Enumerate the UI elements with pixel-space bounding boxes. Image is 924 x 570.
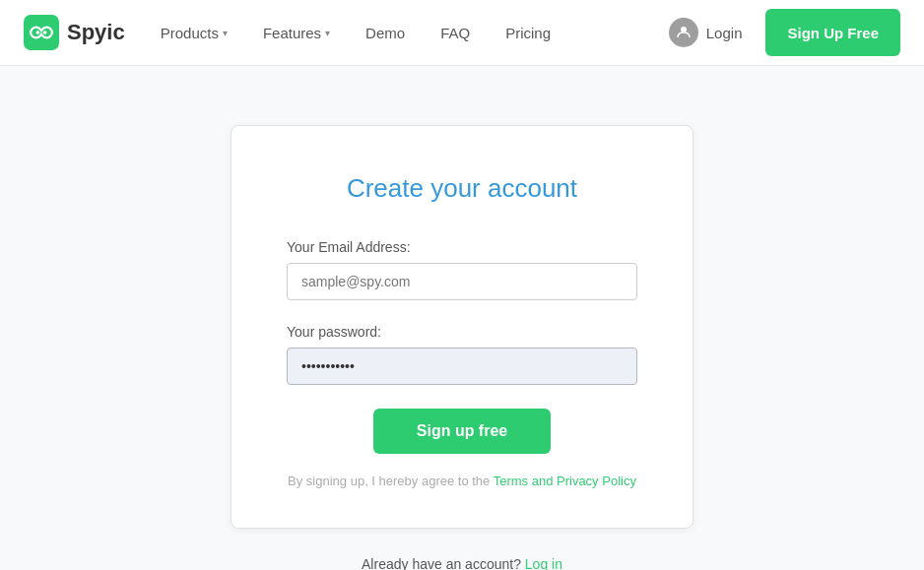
password-group: Your password:	[287, 324, 637, 385]
title-part1: Create	[347, 173, 430, 203]
submit-label: Sign up free	[417, 422, 507, 439]
email-group: Your Email Address:	[287, 239, 637, 300]
nav-faq-label: FAQ	[440, 25, 470, 41]
signup-form-card: Create your account Your Email Address: …	[231, 125, 693, 529]
nav-item-faq[interactable]: FAQ	[425, 17, 486, 49]
terms-link-label: Terms and Privacy Policy	[494, 474, 636, 488]
form-title: Create your account	[287, 173, 637, 204]
brand-logo[interactable]: Spyic	[24, 15, 125, 50]
svg-point-1	[681, 27, 687, 32]
login-label: Login	[706, 25, 743, 41]
signup-nav-label: Sign Up Free	[787, 25, 879, 41]
login-link-label: Log in	[525, 556, 562, 570]
navbar: Spyic Products ▾ Features ▾ Demo FAQ Pri…	[0, 0, 924, 66]
chevron-down-icon: ▾	[325, 28, 330, 38]
nav-item-pricing[interactable]: Pricing	[490, 17, 566, 49]
terms-text: By signing up, I hereby agree to the Ter…	[287, 474, 637, 488]
signup-submit-button[interactable]: Sign up free	[373, 409, 551, 454]
nav-item-features[interactable]: Features ▾	[247, 17, 346, 49]
main-content: Create your account Your Email Address: …	[0, 66, 924, 570]
login-button[interactable]: Login	[653, 10, 759, 55]
already-account-text: Already have an account? Log in	[362, 556, 562, 570]
nav-features-label: Features	[263, 25, 321, 41]
already-label: Already have an account?	[362, 556, 521, 570]
user-avatar-icon	[669, 18, 698, 47]
nav-item-demo[interactable]: Demo	[350, 17, 421, 49]
nav-item-products[interactable]: Products ▾	[145, 17, 243, 49]
password-label: Your password:	[287, 324, 637, 340]
logo-icon	[24, 15, 59, 50]
terms-link[interactable]: Terms and Privacy Policy	[494, 474, 636, 488]
nav-products-label: Products	[161, 25, 219, 41]
brand-name: Spyic	[67, 20, 125, 45]
chevron-down-icon: ▾	[223, 28, 228, 38]
title-highlight: your	[430, 173, 481, 203]
nav-items: Products ▾ Features ▾ Demo FAQ Pricing	[145, 17, 653, 49]
email-label: Your Email Address:	[287, 239, 637, 255]
nav-demo-label: Demo	[365, 25, 405, 41]
nav-pricing-label: Pricing	[505, 25, 551, 41]
log-in-link[interactable]: Log in	[525, 556, 562, 570]
terms-prefix: By signing up, I hereby agree to the	[288, 474, 494, 488]
email-input[interactable]	[287, 263, 637, 300]
signup-nav-button[interactable]: Sign Up Free	[765, 9, 900, 56]
title-part2: account	[481, 173, 577, 203]
password-input[interactable]	[287, 348, 637, 385]
nav-right: Login Sign Up Free	[653, 9, 900, 56]
